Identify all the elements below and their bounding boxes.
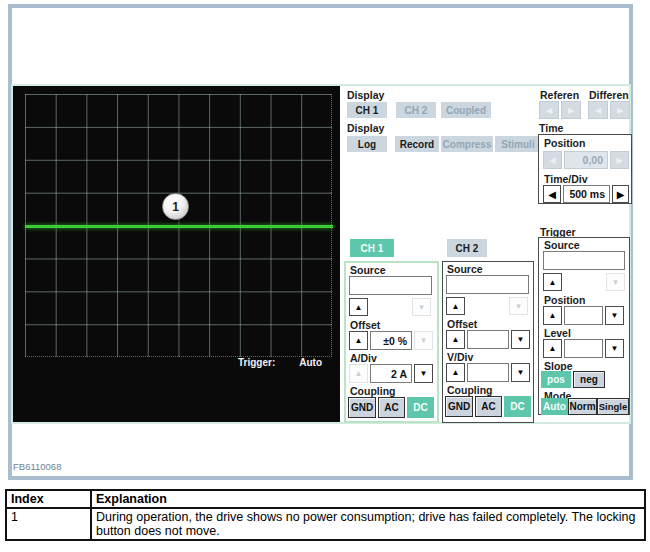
timediv-increase-button[interactable]: ▶ <box>612 185 629 203</box>
ch2-source-field[interactable] <box>446 275 529 294</box>
trigger-slope-pos-button[interactable]: pos <box>541 371 571 388</box>
ch2-vdiv-field[interactable] <box>467 363 509 382</box>
left-arrow-icon: ◀ <box>548 189 556 200</box>
down-arrow-icon: ▼ <box>420 369 428 378</box>
ch2-coupling-gnd-button[interactable]: GND <box>445 396 473 417</box>
referen-next-button[interactable]: ▶ <box>561 101 581 119</box>
trigger-mode-auto-button[interactable]: Auto <box>541 398 568 415</box>
ch1-panel: Source ▲ ▼ Offset ▲ ±0 % ▼ A/Div ▲ 2 A ▼… <box>344 261 439 423</box>
up-arrow-icon: ▲ <box>549 344 557 353</box>
time-position-field[interactable]: 0,00 <box>564 151 608 169</box>
right-arrow-icon: ▶ <box>617 189 625 200</box>
trigger-mode-single-button[interactable]: Single <box>597 398 629 415</box>
ch2-source-down-button[interactable]: ▼ <box>509 297 528 315</box>
timediv-decrease-button[interactable]: ◀ <box>543 185 561 203</box>
trigger-level-down-button[interactable]: ▼ <box>605 339 624 358</box>
trigger-status-value: Auto <box>299 357 322 368</box>
legend-cell-index: 1 <box>6 508 91 540</box>
down-arrow-icon: ▼ <box>517 368 525 377</box>
display-ch2-button[interactable]: CH 2 <box>396 102 436 118</box>
up-arrow-icon: ▲ <box>355 369 363 378</box>
ch2-panel: Source ▲ ▼ Offset ▲ ▼ V/Div ▲ ▼ Coupling… <box>442 261 534 423</box>
ch1-offset-field[interactable]: ±0 % <box>370 331 412 350</box>
time-box: Position ◀ 0,00 ▶ Time/Div ◀ 500 ms ▶ <box>538 134 632 204</box>
ch2-vdiv-label: V/Div <box>447 351 473 363</box>
display-compress-button[interactable]: Compress <box>441 136 493 152</box>
display-stimuli-button[interactable]: Stimuli <box>495 136 541 152</box>
differen-prev-button[interactable]: ◀ <box>588 101 608 119</box>
ch1-source-field[interactable] <box>349 276 432 295</box>
oscilloscope-tool-panel: 1 Trigger: Auto Display CH 1 CH 2 Couple… <box>11 84 631 424</box>
differen-next-button[interactable]: ▶ <box>610 101 630 119</box>
trigger-mode-norm-button[interactable]: Norm <box>568 398 597 415</box>
time-position-increase-button[interactable]: ▶ <box>610 151 629 169</box>
ch1-source-up-button[interactable]: ▲ <box>349 298 368 316</box>
table-row: 1 During operation, the drive shows no p… <box>6 508 645 540</box>
display-log-button[interactable]: Log <box>347 136 387 152</box>
legend-cell-explanation: During operation, the drive shows no pow… <box>91 508 645 540</box>
up-arrow-icon: ▲ <box>549 311 557 320</box>
ch2-offset-up-button[interactable]: ▲ <box>446 330 465 349</box>
ch1-source-label: Source <box>350 264 386 276</box>
ch2-source-label: Source <box>447 263 483 275</box>
ch1-offset-up-button[interactable]: ▲ <box>349 331 368 350</box>
display-coupled-button[interactable]: Coupled <box>441 102 491 118</box>
ch1-coupling-gnd-button[interactable]: GND <box>348 397 376 418</box>
trigger-slope-neg-button[interactable]: neg <box>573 371 605 388</box>
trigger-position-up-button[interactable]: ▲ <box>543 306 562 325</box>
display-channel-section-label: Display <box>347 89 384 101</box>
callout-1-badge: 1 <box>162 193 189 220</box>
up-arrow-icon: ▲ <box>452 335 460 344</box>
down-arrow-icon: ▼ <box>611 311 619 320</box>
scope-display: 1 Trigger: Auto <box>13 86 340 422</box>
ch1-adiv-down-button[interactable]: ▼ <box>414 364 433 383</box>
display-ch1-button[interactable]: CH 1 <box>347 102 387 118</box>
ch2-offset-down-button[interactable]: ▼ <box>511 330 530 349</box>
ch1-tab[interactable]: CH 1 <box>350 239 394 257</box>
ch2-source-up-button[interactable]: ▲ <box>446 297 465 315</box>
ch2-coupling-label: Coupling <box>447 384 493 396</box>
up-arrow-icon: ▲ <box>549 278 557 287</box>
ch1-adiv-field[interactable]: 2 A <box>370 364 412 383</box>
trigger-level-up-button[interactable]: ▲ <box>543 339 562 358</box>
right-arrow-icon: ▶ <box>617 106 623 115</box>
trigger-position-label: Position <box>544 294 585 306</box>
time-position-label: Position <box>544 137 585 149</box>
trigger-source-label: Source <box>544 239 580 251</box>
referen-prev-button[interactable]: ◀ <box>539 101 559 119</box>
trigger-source-field[interactable] <box>543 251 625 270</box>
trigger-position-field[interactable] <box>564 306 603 325</box>
ch2-coupling-dc-button[interactable]: DC <box>504 396 531 417</box>
ch2-tab[interactable]: CH 2 <box>447 239 487 257</box>
time-position-decrease-button[interactable]: ◀ <box>543 151 562 169</box>
trigger-position-down-button[interactable]: ▼ <box>605 306 624 325</box>
ch2-offset-label: Offset <box>447 318 477 330</box>
scope-trace-line <box>25 225 333 228</box>
trigger-status-label: Trigger: <box>238 357 275 368</box>
ch1-source-down-button[interactable]: ▼ <box>412 298 431 316</box>
down-arrow-icon: ▼ <box>517 335 525 344</box>
ch1-offset-down-button[interactable]: ▼ <box>414 331 433 350</box>
ch1-coupling-dc-button[interactable]: DC <box>407 397 434 418</box>
trigger-source-down-button[interactable]: ▼ <box>606 273 625 291</box>
referen-label: Referen <box>540 89 579 101</box>
display-mode-section-label: Display <box>347 122 384 134</box>
trigger-level-field[interactable] <box>564 339 603 358</box>
differen-label: Differen <box>589 89 629 101</box>
ch1-adiv-up-button[interactable]: ▲ <box>349 364 368 383</box>
ch1-coupling-ac-button[interactable]: AC <box>378 397 405 418</box>
ch2-vdiv-up-button[interactable]: ▲ <box>446 363 465 382</box>
down-arrow-icon: ▼ <box>612 278 620 287</box>
timediv-label: Time/Div <box>544 173 588 185</box>
legend-header-explanation: Explanation <box>91 490 645 508</box>
timediv-field[interactable]: 500 ms <box>563 185 610 203</box>
ch1-adiv-label: A/Div <box>350 352 377 364</box>
ch1-coupling-label: Coupling <box>350 385 396 397</box>
trigger-source-up-button[interactable]: ▲ <box>543 273 562 291</box>
left-arrow-icon: ◀ <box>595 106 601 115</box>
up-arrow-icon: ▲ <box>452 302 460 311</box>
ch2-offset-field[interactable] <box>467 330 509 349</box>
ch2-coupling-ac-button[interactable]: AC <box>475 396 502 417</box>
display-record-button[interactable]: Record <box>395 136 439 152</box>
ch2-vdiv-down-button[interactable]: ▼ <box>511 363 530 382</box>
